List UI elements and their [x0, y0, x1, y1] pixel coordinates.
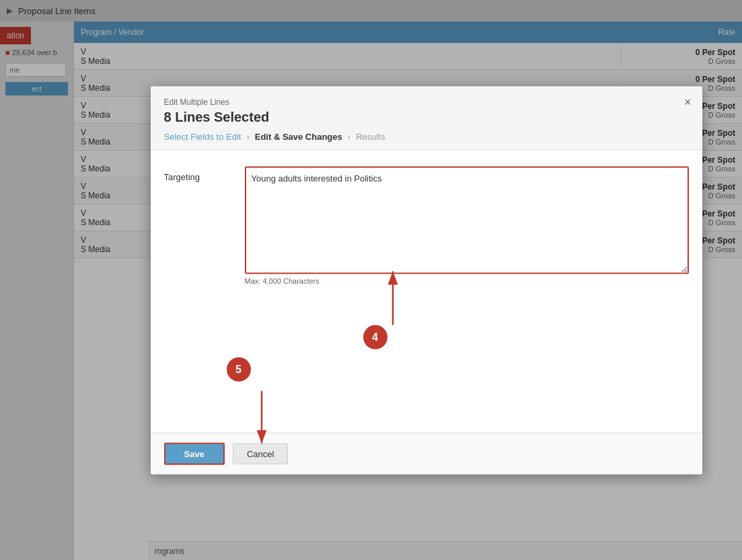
modal-large-title: 8 Lines Selected: [164, 109, 689, 124]
modal-header: Edit Multiple Lines 8 Lines Selected Sel…: [151, 86, 702, 150]
breadcrumb-arrow1: ›: [246, 131, 249, 141]
char-limit-label: Max: 4,000 Characters: [245, 276, 689, 284]
edit-modal: Edit Multiple Lines 8 Lines Selected Sel…: [151, 86, 702, 474]
targeting-field-row: Targeting Young adults interested in Pol…: [164, 166, 689, 274]
modal-breadcrumb: Select Fields to Edit › Edit & Save Chan…: [164, 131, 689, 149]
modal-body: Targeting Young adults interested in Pol…: [151, 150, 702, 432]
modal-footer: Save Cancel: [151, 432, 702, 474]
targeting-label: Targeting: [164, 166, 231, 182]
modal-small-title: Edit Multiple Lines: [164, 97, 689, 106]
breadcrumb-step3: Results: [356, 131, 385, 141]
targeting-textarea[interactable]: Young adults interested in Politics: [245, 166, 689, 274]
annotation4-arrow-svg: [373, 264, 413, 331]
breadcrumb-arrow2: ›: [348, 131, 350, 141]
save-button[interactable]: Save: [164, 442, 225, 465]
annotation5-arrow-svg: [242, 384, 282, 451]
breadcrumb-step1[interactable]: Select Fields to Edit: [164, 131, 242, 141]
modal-close-button[interactable]: ×: [684, 95, 692, 108]
annotation5-circle: 5: [227, 357, 251, 381]
breadcrumb-step2: Edit & Save Changes: [255, 131, 342, 141]
annotation4-circle: 4: [363, 325, 387, 349]
